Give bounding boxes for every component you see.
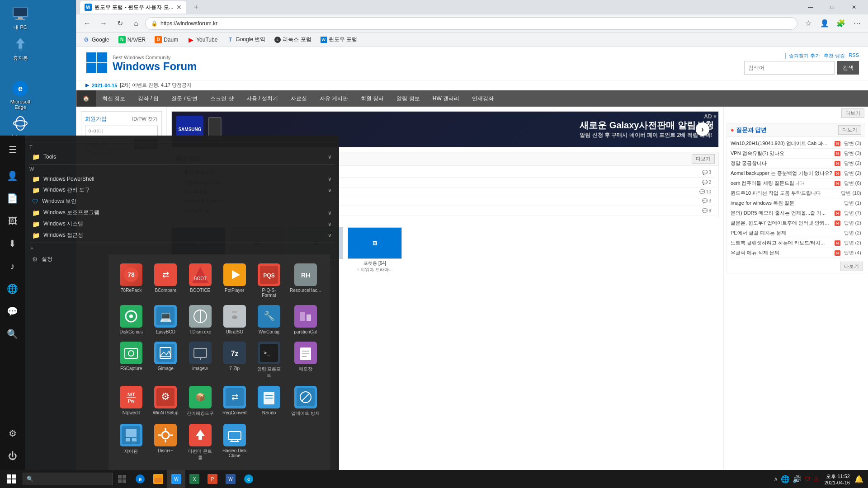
app-gimage[interactable]: Gimage (150, 340, 181, 380)
notification-bell-icon[interactable]: 🔔 (854, 475, 863, 483)
list-item[interactable]: Aomei backupper 는 증분백업 기능이 없나요? N 답변 (2) (731, 169, 861, 178)
sidebar-photos-icon[interactable]: 🖼 (2, 211, 23, 231)
rss-link[interactable]: RSS (849, 52, 859, 59)
list-item[interactable]: image for windows 복원 질문 답변 (1) (731, 198, 861, 208)
nav-home[interactable]: 🏠 (76, 90, 96, 107)
app-updateblock[interactable]: 업데이트 방지 (288, 384, 323, 418)
app-ultraiso[interactable]: UltraISO (219, 303, 250, 336)
taskbar-explorer-icon[interactable] (149, 470, 167, 488)
refresh-button[interactable]: ↻ (113, 16, 127, 31)
bookmark-naver[interactable]: N NAVER (116, 35, 148, 44)
profile-button[interactable]: 👤 (817, 16, 832, 31)
app-downloader[interactable]: 다런더 콘트롤 (184, 422, 215, 463)
recent-news-more-button[interactable]: 다보기 (692, 154, 715, 164)
app-jaeone[interactable]: 제어판 (116, 422, 146, 463)
app-nsudo[interactable]: NSudo (254, 384, 284, 418)
recommend-link[interactable]: 추천 랭킹 (824, 52, 845, 59)
nav-screenshot[interactable]: 스크린 샷 (204, 90, 240, 107)
taskbar-search[interactable]: 🔍 (23, 473, 113, 485)
app-memo[interactable]: 메모장 (288, 340, 323, 380)
ad-arrow-button[interactable]: › (696, 122, 709, 136)
app-bootice[interactable]: BOOT BOOTICE (184, 262, 215, 300)
list-item[interactable]: 문의) DDR5 메모리 출시는 언제올...즐 기... N 답변 (7) (731, 208, 861, 218)
list-item[interactable]: oem 컴퓨터들 세팅 질문드립니다 N 답변 (6) (731, 178, 861, 188)
list-item[interactable]: VPN 접속유틸(?) 있나요 N 답변 (3) (731, 149, 861, 159)
site-search-input[interactable] (744, 61, 835, 75)
tab-close-button[interactable]: ✕ (176, 4, 182, 11)
nav-lecture[interactable]: 강좌 / 팁 (132, 90, 165, 107)
list-item[interactable]: 정말 궁금합니다 N 답변 (2) (731, 159, 861, 169)
app-cmdprompt[interactable]: >_ 영령 프롬프트 (254, 340, 284, 380)
app-partitioncal[interactable]: partitionCal (288, 303, 323, 336)
app-hasleo[interactable]: Hasleo Disk Clone (219, 422, 250, 463)
list-item[interactable]: Win10,20H1(19041.928) 업데이트 Cab 파일을... N … (731, 139, 861, 149)
sidebar-documents-icon[interactable]: 📄 (2, 188, 23, 209)
forum-thumb-pocket[interactable]: 🖼 포켓용 [64] ↑ 지워야 드라마... (348, 227, 402, 273)
nav-resource[interactable]: 자료실 (284, 90, 313, 107)
nav-notice[interactable]: 알림 정보 (390, 90, 426, 107)
taskbar-ppt-icon[interactable]: P (203, 470, 222, 488)
bookmark-youtube[interactable]: ▶ YouTube (184, 35, 220, 44)
id-pw-find-link[interactable]: ID/PW 찾기 (132, 116, 158, 122)
folder-windows-backup[interactable]: 📁 Windows 보조프로그램 ∨ (29, 207, 335, 218)
nav-qa[interactable]: 질문 / 답변 (165, 90, 204, 107)
ad-close-button[interactable]: AD × (704, 113, 717, 120)
folder-windows-manage[interactable]: 📁 Windows 관리 도구 ∨ (29, 184, 335, 196)
desktop-icon-mypc[interactable]: 내 PC (5, 5, 36, 31)
nav-livelecture[interactable]: 언재강좌 (466, 90, 500, 107)
app-winntsetup[interactable]: ⚙ WinNTSetup (150, 384, 181, 418)
sidebar-feedback-icon[interactable]: 💬 (2, 301, 23, 322)
list-item[interactable]: PE에서 글꼴 패치는 문제 답변 (2) (731, 228, 861, 238)
forward-button[interactable]: → (96, 16, 111, 31)
app-78repack[interactable]: 78 78RePack (116, 262, 146, 300)
bookmark-google-translate[interactable]: T Google 번역 (224, 35, 268, 44)
taskbar-word-icon[interactable]: W (222, 470, 240, 488)
list-item[interactable]: 글문은, 윈도우7 업데이트후에 인터넷 안되... N 답변 (2) (731, 218, 861, 228)
minimize-button[interactable]: — (800, 0, 821, 14)
desktop-icon-edge[interactable]: e MicrosoftEdge (5, 80, 36, 110)
app-dismpp[interactable]: Dism++ (150, 422, 181, 463)
nav-membership[interactable]: 회원 장터 (354, 90, 390, 107)
app-potplayer[interactable]: PotPlayer (219, 262, 250, 300)
folder-windows-security[interactable]: 🛡 Windows 보안 (29, 196, 335, 207)
folder-tools[interactable]: 📁 Tools ∨ (29, 151, 335, 162)
sidebar-music-icon[interactable]: ♪ (2, 256, 23, 277)
taskbar-edge-icon[interactable]: e (131, 470, 149, 488)
taskbar-browser-icon[interactable]: W (167, 470, 185, 488)
system-clock[interactable]: 오후 11:52 2021-04-16 (825, 473, 850, 485)
bookmark-daum[interactable]: D Daum (152, 35, 181, 44)
address-bar[interactable]: 🔒 https://windowsforum.kr (145, 17, 797, 30)
folder-windows-powershell[interactable]: 📁 Windows PowerShell ∨ (29, 174, 335, 184)
right-more-button[interactable]: 다보기 (841, 108, 864, 118)
member-register-link[interactable]: 회원가입 (85, 115, 107, 123)
menu-button[interactable]: ⋯ (850, 16, 864, 31)
browser-tab[interactable]: W 윈도우 포럼 - 윈도우 사용자 모... ✕ (80, 1, 186, 14)
app-bcompare[interactable]: ⇄ BCompare (150, 262, 181, 300)
extensions-button[interactable]: 🧩 (834, 16, 848, 31)
sidebar-menu-icon[interactable]: ☰ (2, 139, 23, 160)
app-regconvert[interactable]: ⇄ RegConvert (219, 384, 250, 418)
start-button[interactable] (0, 470, 23, 488)
app-easybcd[interactable]: 💻 EasyBCD (150, 303, 181, 336)
app-imagew[interactable]: imagew (184, 340, 215, 380)
app-gazip[interactable]: 📦 간이패킹도구 (184, 384, 215, 418)
app-diskgenius[interactable]: DiskGenius (116, 303, 146, 336)
nav-hwgallery[interactable]: HW 갤러리 (426, 90, 466, 107)
sidebar-power-icon[interactable]: ⏻ (2, 446, 23, 466)
bookmark-google[interactable]: G Google (80, 35, 112, 44)
sidebar-explore-icon[interactable]: 🔍 (2, 324, 23, 344)
qa-bottom-more-button[interactable]: 다보기 (840, 262, 863, 271)
list-item[interactable]: 우클릭 메뉴 삭제 문의 N 답변 (4) (731, 248, 861, 258)
desktop-icon-recycle[interactable]: ↺ 휴지통 (5, 35, 36, 61)
app-fscapture[interactable]: FSCapture (116, 340, 146, 380)
app-ntpwedit[interactable]: N/TPw Ntpwedit (116, 384, 146, 418)
back-button[interactable]: ← (80, 16, 94, 31)
bookmark-star-button[interactable]: ☆ (801, 16, 816, 31)
tray-volume-icon[interactable]: 🔊 (793, 475, 802, 483)
home-button[interactable]: ⌂ (129, 16, 143, 31)
folder-windows-system[interactable]: 📁 Windows 시스템 ∨ (29, 218, 335, 230)
tray-up-arrow-icon[interactable]: ∧ (774, 475, 778, 483)
app-winconfig[interactable]: 🔧 WinContig (254, 303, 284, 336)
sidebar-downloads-icon[interactable]: ⬇ (2, 233, 23, 254)
nav-latest[interactable]: 최신 정보 (96, 90, 132, 107)
